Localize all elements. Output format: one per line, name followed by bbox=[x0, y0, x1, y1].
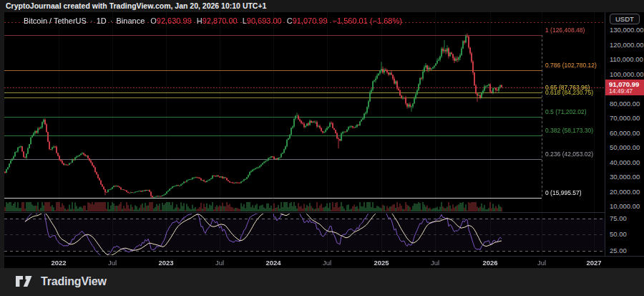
watermark-bar: CryptoJournaal created with TradingView.… bbox=[0, 0, 644, 12]
change-value: −1,560.01 (−1.68%) bbox=[333, 16, 402, 25]
close-label: C bbox=[287, 16, 293, 25]
last-price-badge[interactable]: 91,070.99 14:49:47 bbox=[605, 80, 644, 95]
time-axis-label: Jul bbox=[108, 257, 117, 269]
price-axis-label: 60,000.00 bbox=[610, 130, 640, 137]
separator-dot: · bbox=[87, 16, 97, 25]
time-axis-label: 2027 bbox=[586, 257, 601, 269]
separator-dot: · bbox=[107, 16, 117, 25]
high-label: H bbox=[197, 16, 203, 25]
price-axis-label: 120,000.00 bbox=[610, 42, 644, 49]
low-value: 90,693.00 bbox=[247, 16, 282, 25]
time-axis-label: 2024 bbox=[265, 257, 280, 269]
chart-region: 1 (126,408.48)0.786 (102,780.12)0.65 (87… bbox=[4, 12, 644, 268]
tradingview-logo-icon bbox=[16, 274, 35, 288]
price-axis-label: 100,000.00 bbox=[610, 71, 644, 78]
time-axis-label: Jul bbox=[537, 257, 546, 269]
interval-label: 1D bbox=[97, 16, 107, 25]
time-axis-label: 2026 bbox=[482, 257, 497, 269]
price-chart-canvas[interactable] bbox=[4, 12, 605, 256]
price-axis-label: 25.00 bbox=[610, 247, 627, 254]
open-value: 92,630.99 bbox=[157, 16, 192, 25]
bar-countdown: 14:49:47 bbox=[609, 88, 644, 95]
watermark-text: CryptoJournaal created with TradingView.… bbox=[0, 0, 644, 12]
price-axis-label: 30,000.00 bbox=[610, 173, 640, 181]
time-axis-label: Jul bbox=[323, 257, 331, 269]
price-axis-label: 70,000.00 bbox=[610, 115, 640, 122]
currency-usdt-button[interactable]: USDT bbox=[610, 14, 640, 24]
price-axis[interactable]: USDT 91,070.99 14:49:47 130,000.00120,00… bbox=[605, 12, 644, 256]
close-value: 91,070.99 bbox=[293, 16, 328, 25]
bottom-bar: TradingView bbox=[0, 268, 644, 296]
symbol-name: Bitcoin / TetherUS bbox=[24, 16, 87, 25]
price-axis-label: 50.00 bbox=[610, 231, 627, 238]
price-axis-label: 40,000.00 bbox=[610, 159, 640, 166]
time-axis-label: 2022 bbox=[51, 257, 66, 269]
tradingview-chart-frame: CryptoJournaal created with TradingView.… bbox=[0, 0, 644, 296]
time-axis[interactable]: 2022Jul2023Jul2024Jul2025Jul2026Jul2027 bbox=[4, 256, 644, 268]
symbol-title[interactable]: Bitcoin / TetherUS · 1D · Binance bbox=[24, 16, 145, 25]
time-axis-label: 2023 bbox=[158, 257, 173, 269]
open-label: O bbox=[150, 16, 157, 25]
high-value: 92,870.00 bbox=[203, 16, 238, 25]
price-axis-label: 20,000.00 bbox=[610, 188, 640, 196]
exchange-label: Binance bbox=[117, 16, 145, 25]
symbol-header: Bitcoin / TetherUS · 1D · Binance O92,63… bbox=[24, 15, 402, 26]
price-axis-label: 80,000.00 bbox=[610, 100, 640, 108]
price-axis-label: 130,000.00 bbox=[610, 27, 644, 34]
time-axis-label: 2025 bbox=[374, 257, 389, 269]
price-axis-label: 10,000.00 bbox=[610, 203, 640, 210]
tradingview-logo[interactable]: TradingView bbox=[16, 274, 107, 288]
time-axis-label: Jul bbox=[215, 257, 224, 269]
price-axis-label: 50,000.00 bbox=[610, 144, 640, 151]
ohlc-readout: O92,630.99 H92,870.00 L90,693.00 C91,070… bbox=[150, 16, 402, 25]
price-axis-label: 75.00 bbox=[610, 215, 627, 222]
tradingview-logo-text: TradingView bbox=[41, 275, 107, 288]
time-axis-label: Jul bbox=[431, 257, 439, 269]
price-axis-label: 110,000.00 bbox=[610, 56, 643, 63]
